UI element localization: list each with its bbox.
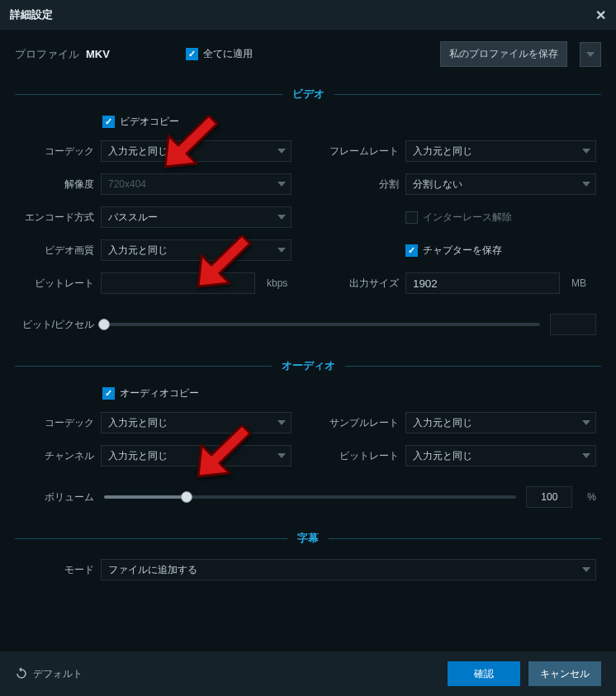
checkbox-icon — [405, 211, 418, 224]
chevron-down-icon — [277, 149, 286, 154]
split-label: 分割 — [325, 178, 399, 192]
section-header-video: ビデオ — [15, 87, 601, 102]
chevron-down-icon — [582, 453, 590, 458]
subtitle-mode-select[interactable]: ファイルに追加する — [101, 559, 596, 580]
close-icon[interactable]: ✕ — [595, 7, 606, 23]
keep-chapters-checkbox[interactable]: チャプターを保存 — [405, 244, 502, 258]
ok-button[interactable]: 確認 — [448, 661, 520, 686]
video-bitrate-label: ビットレート — [20, 277, 94, 291]
section-video: ビデオ ビデオコピー コーデック 入力元と同じ フレームレート 入力元と同じ — [15, 87, 601, 335]
subtitle-mode-label: モード — [20, 563, 94, 577]
section-header-audio: オーディオ — [15, 358, 601, 373]
chevron-down-icon — [277, 420, 286, 425]
chevron-down-icon — [582, 567, 590, 572]
section-title-video: ビデオ — [292, 87, 325, 102]
volume-slider[interactable] — [104, 495, 516, 499]
audio-codec-select[interactable]: 入力元と同じ — [101, 412, 291, 433]
samplerate-label: サンプルレート — [325, 416, 399, 430]
checkbox-icon — [102, 116, 115, 128]
resolution-select[interactable]: 720x404 — [101, 173, 291, 195]
framerate-label: フレームレート — [325, 144, 399, 159]
video-copy-checkbox[interactable]: ビデオコピー — [102, 115, 179, 129]
samplerate-select[interactable]: 入力元と同じ — [405, 412, 596, 433]
chevron-down-icon — [582, 149, 590, 154]
resolution-label: 解像度 — [20, 178, 94, 192]
checkbox-icon — [102, 387, 115, 400]
output-size-input[interactable] — [405, 272, 560, 294]
top-row: プロファイル MKV 全てに適用 私のプロファイルを保存 — [0, 30, 616, 75]
encode-mode-select[interactable]: パススルー — [101, 206, 291, 228]
profile-label: プロファイル — [15, 47, 79, 62]
channel-select[interactable]: 入力元と同じ — [101, 445, 291, 466]
dialog-title: 詳細設定 — [10, 7, 53, 22]
profile-name: MKV — [86, 48, 110, 60]
chevron-down-icon — [277, 248, 286, 253]
deinterlace-checkbox[interactable]: インターレース解除 — [405, 211, 512, 225]
framerate-select[interactable]: 入力元と同じ — [405, 140, 596, 162]
volume-value: 100 — [526, 486, 572, 508]
audio-bitrate-label: ビットレート — [325, 449, 399, 463]
output-size-unit: MB — [571, 277, 586, 289]
audio-copy-checkbox[interactable]: オーディオコピー — [102, 386, 199, 400]
save-profile-dropdown[interactable] — [580, 42, 601, 67]
apply-all-label: 全てに適用 — [203, 47, 253, 61]
volume-label: ボリューム — [20, 490, 94, 504]
section-header-subtitle: 字幕 — [15, 531, 601, 546]
deinterlace-label: インターレース解除 — [423, 211, 512, 225]
bitpixel-value — [550, 314, 596, 335]
chevron-down-icon — [277, 182, 286, 187]
chevron-down-icon — [582, 182, 590, 187]
video-copy-label: ビデオコピー — [120, 115, 179, 129]
checkbox-icon — [405, 244, 418, 257]
checkbox-icon — [186, 48, 198, 60]
split-select[interactable]: 分割しない — [405, 173, 596, 195]
encode-mode-label: エンコード方式 — [20, 211, 94, 225]
keep-chapters-label: チャプターを保存 — [423, 244, 502, 258]
video-quality-select[interactable]: 入力元と同じ — [101, 239, 291, 261]
chevron-down-icon — [277, 215, 286, 220]
content: ビデオ ビデオコピー コーデック 入力元と同じ フレームレート 入力元と同じ — [0, 87, 616, 580]
audio-copy-label: オーディオコピー — [120, 386, 199, 400]
bitpixel-label: ビット/ピクセル — [20, 318, 94, 332]
apply-all-checkbox[interactable]: 全てに適用 — [186, 47, 253, 61]
save-profile-button[interactable]: 私のプロファイルを保存 — [440, 41, 567, 67]
chevron-down-icon — [582, 420, 590, 425]
audio-codec-label: コーデック — [20, 416, 94, 430]
bitpixel-slider[interactable] — [104, 323, 540, 326]
section-title-subtitle: 字幕 — [297, 531, 319, 546]
audio-bitrate-select[interactable]: 入力元と同じ — [405, 445, 596, 466]
volume-unit: % — [587, 491, 596, 503]
video-quality-label: ビデオ画質 — [20, 244, 94, 258]
channel-label: チャンネル — [20, 449, 94, 463]
footer: デフォルト 確認 キャンセル — [0, 651, 616, 696]
codec-label: コーデック — [20, 144, 94, 159]
titlebar: 詳細設定 ✕ — [0, 0, 616, 30]
cancel-button[interactable]: キャンセル — [528, 661, 601, 686]
section-title-audio: オーディオ — [282, 358, 335, 373]
section-audio: オーディオ オーディオコピー コーデック 入力元と同じ サンプルレート 入力元と… — [15, 358, 601, 508]
default-button[interactable]: デフォルト — [15, 667, 83, 681]
video-codec-select[interactable]: 入力元と同じ — [101, 140, 291, 162]
video-bitrate-input[interactable] — [101, 272, 255, 294]
video-bitrate-unit: kbps — [267, 277, 287, 289]
section-subtitle: 字幕 モード ファイルに追加する — [15, 531, 601, 580]
undo-icon — [15, 667, 28, 680]
output-size-label: 出力サイズ — [325, 277, 399, 291]
chevron-down-icon — [277, 453, 286, 458]
